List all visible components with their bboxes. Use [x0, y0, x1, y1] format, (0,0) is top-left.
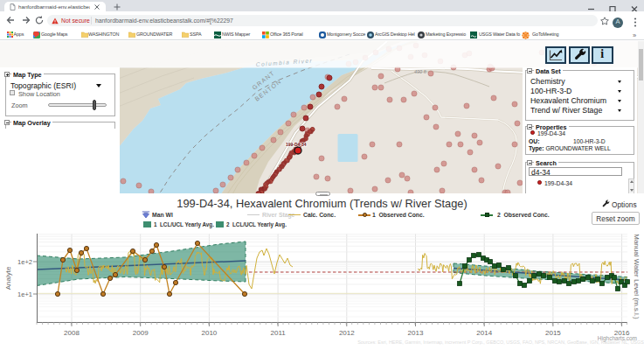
- svg-text:2014: 2014: [476, 329, 492, 337]
- svg-text:2013: 2013: [408, 329, 424, 337]
- svg-text:1e+2: 1e+2: [17, 258, 32, 266]
- svg-text:490 ft: 490 ft: [414, 69, 426, 74]
- svg-text:Analyte: Analyte: [4, 266, 12, 290]
- svg-text:2011: 2011: [270, 329, 286, 337]
- svg-text:2012: 2012: [339, 329, 355, 337]
- svg-text:199-D4-34: 199-D4-34: [286, 142, 307, 147]
- svg-text:Sources: Esri, HERE, Garmin, I: Sources: Esri, HERE, Garmin, Intermap, i…: [357, 340, 644, 345]
- svg-text:1e+1: 1e+1: [17, 290, 32, 298]
- svg-text:2009: 2009: [133, 329, 149, 337]
- svg-text:2015: 2015: [545, 329, 561, 337]
- svg-text:2008: 2008: [64, 329, 80, 337]
- svg-text:2010: 2010: [202, 329, 218, 337]
- svg-text:Manual Water Level (m.s.l.): Manual Water Level (m.s.l.): [633, 234, 641, 319]
